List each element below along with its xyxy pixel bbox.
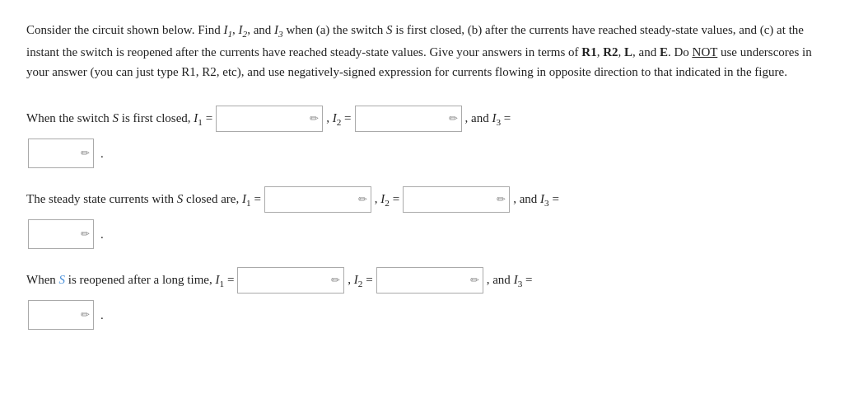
var-I3: I3	[274, 23, 283, 36]
var-S: S	[386, 23, 393, 36]
q3-and-i3-label: , and I3 =	[487, 269, 533, 292]
var-I1: I1	[223, 23, 232, 36]
var-E-bold: E	[660, 45, 668, 59]
q2-i3-pencil-icon[interactable]: ✏	[81, 228, 90, 241]
q1-sub-row: ✏ .	[28, 139, 842, 168]
q1-i2-pencil-icon[interactable]: ✏	[449, 109, 458, 128]
q2-dot: .	[100, 228, 104, 242]
q2-and-i3-label: , and I3 =	[513, 188, 559, 211]
question-block-1: When the switch S is first closed, I1 = …	[26, 106, 842, 168]
q2-label-pre: The steady state currents with S closed …	[26, 188, 261, 211]
q1-i1-pencil-icon[interactable]: ✏	[310, 109, 319, 128]
not-underline: NOT	[693, 45, 718, 59]
q3-i3-pencil-icon[interactable]: ✏	[81, 308, 90, 322]
q1-dot: .	[100, 147, 104, 161]
q3-label-pre: When S is reopened after a long time, I1…	[26, 269, 234, 292]
q1-i2-input[interactable]: ✏	[355, 106, 462, 132]
question-row-2: The steady state currents with S closed …	[26, 186, 842, 213]
q2-i2-pencil-icon[interactable]: ✏	[497, 190, 506, 209]
question-row-3: When S is reopened after a long time, I1…	[26, 267, 842, 294]
q1-i3-pencil-icon[interactable]: ✏	[81, 147, 90, 160]
q2-i2-input[interactable]: ✏	[403, 186, 510, 213]
q1-i1-input[interactable]: ✏	[216, 106, 323, 132]
q1-i2-label: , I2 =	[326, 107, 351, 130]
q3-i1-input[interactable]: ✏	[237, 267, 344, 294]
var-I2: I2	[239, 23, 248, 36]
q1-and-i3-label: , and I3 =	[465, 107, 511, 130]
q2-i2-label: , I2 =	[375, 188, 399, 211]
question-block-2: The steady state currents with S closed …	[26, 186, 842, 249]
var-R2-bold: R2	[603, 45, 618, 59]
question-block-3: When S is reopened after a long time, I1…	[26, 267, 842, 330]
q3-i3-input[interactable]: ✏	[28, 300, 94, 330]
question-row-1: When the switch S is first closed, I1 = …	[26, 106, 842, 132]
q3-i1-pencil-icon[interactable]: ✏	[331, 270, 340, 289]
q1-i3-input[interactable]: ✏	[28, 139, 94, 168]
q2-sub-row: ✏ .	[28, 219, 842, 249]
q2-i1-pencil-icon[interactable]: ✏	[358, 190, 367, 209]
q3-sub-row: ✏ .	[28, 300, 842, 330]
q1-label-pre: When the switch S is first closed, I1 =	[26, 107, 212, 130]
q3-i2-input[interactable]: ✏	[376, 267, 483, 294]
var-L-bold: L	[624, 45, 632, 59]
var-R1-bold: R1	[581, 45, 596, 59]
q2-i1-input[interactable]: ✏	[264, 186, 371, 213]
intro-paragraph: Consider the circuit shown below. Find I…	[26, 20, 833, 82]
q3-i2-label: , I2 =	[348, 269, 372, 292]
q3-i2-pencil-icon[interactable]: ✏	[470, 270, 479, 289]
q2-i3-input[interactable]: ✏	[28, 219, 94, 249]
q3-dot: .	[100, 308, 104, 322]
